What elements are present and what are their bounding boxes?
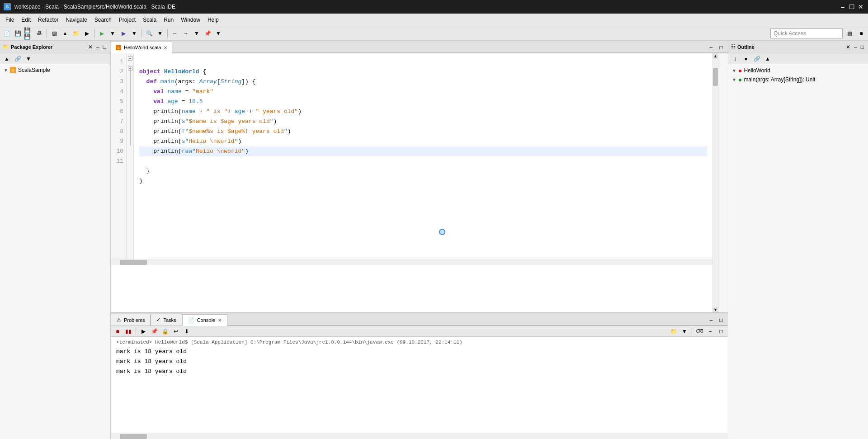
toolbar-forward-btn[interactable]: → xyxy=(181,28,191,38)
console-dropdown-btn[interactable]: ▼ xyxy=(679,326,689,336)
menu-refactor[interactable]: Refactor xyxy=(34,14,62,26)
console-side-btn[interactable]: ⌫ xyxy=(694,326,704,336)
outline-max-btn[interactable]: □ xyxy=(859,43,865,51)
package-explorer-toolbar: ▲ 🔗 ▼ xyxy=(0,53,110,64)
toolbar-debug-arrow[interactable]: ▼ xyxy=(129,28,139,38)
pkg-link-btn[interactable]: 🔗 xyxy=(13,54,23,64)
toolbar-open-perspective-btn[interactable]: ■ xyxy=(856,28,866,38)
bottom-panel: ⚠ Problems ✓ Tasks 📄 Console ✕ – □ xyxy=(111,312,728,439)
scrollbar-up-btn[interactable]: ▲ xyxy=(713,53,718,59)
toolbar-pin-arrow[interactable]: ▼ xyxy=(213,28,223,38)
editor-maximize-btn[interactable]: □ xyxy=(716,42,726,52)
tab-console[interactable]: 📄 Console ✕ xyxy=(182,314,227,326)
outline-hellowworld-label: HelloWorld xyxy=(744,67,770,74)
console-maximize-side-btn[interactable]: □ xyxy=(716,326,726,336)
editor-content: 1234567891011 − − object HelloWorld { de… xyxy=(111,53,728,312)
toolbar-pin-btn[interactable]: 📌 xyxy=(203,28,212,38)
toolbar-print-btn[interactable]: 🖶 xyxy=(34,28,44,38)
code-text[interactable]: object HelloWorld { def main(args: Array… xyxy=(134,53,712,260)
console-clear-btn[interactable]: ■ xyxy=(113,326,123,336)
editor-minimize-btn[interactable]: – xyxy=(706,42,716,52)
console-terminated-label: <terminated> HelloWorld$ [Scala Applicat… xyxy=(116,340,722,345)
quick-access-input[interactable]: Quick Access xyxy=(770,28,843,38)
toolbar-next-btn[interactable]: ▶ xyxy=(82,28,92,38)
outline-hide-fields-btn[interactable]: ● xyxy=(741,54,751,64)
console-minimize-side-btn[interactable]: – xyxy=(705,326,715,336)
outline-collapse-btn[interactable]: ▲ xyxy=(763,54,773,64)
tab-close-btn[interactable]: ✕ xyxy=(164,45,167,50)
minimize-btn[interactable]: – xyxy=(839,3,846,10)
bottom-scrollbar-thumb[interactable] xyxy=(120,434,147,439)
console-word-wrap-btn[interactable]: ↩ xyxy=(171,326,181,336)
tab-problems-label: Problems xyxy=(124,317,145,323)
console-minimize-btn[interactable]: – xyxy=(706,315,716,325)
toolbar-back-btn[interactable]: ← xyxy=(170,28,180,38)
menu-edit[interactable]: Edit xyxy=(18,14,34,26)
pkg-collapse-btn[interactable]: ▲ xyxy=(2,54,12,64)
menu-search[interactable]: Search xyxy=(91,14,115,26)
menu-navigate[interactable]: Navigate xyxy=(62,14,90,26)
console-new-btn[interactable]: ▶ xyxy=(138,326,148,336)
toolbar: 📄 💾 💾💾 🖶 ▨ ▲ 📁 ▶ ▶ ▼ ▶ ▼ 🔍 ▼ ← → ▼ 📌 ▼ Q… xyxy=(0,26,868,41)
scrollbar-down-btn[interactable]: ▼ xyxy=(713,307,718,312)
tab-console-icon: 📄 xyxy=(188,317,194,323)
menu-help[interactable]: Help xyxy=(204,14,222,26)
panel-maximize-btn[interactable]: □ xyxy=(102,43,108,51)
toolbar-run-btn[interactable]: ▶ xyxy=(97,28,107,38)
outline-item-main[interactable]: ▼ ● main(args: Array[String]): Unit xyxy=(730,75,866,84)
console-scroll-btn[interactable]: ⬇ xyxy=(182,326,192,336)
toolbar-search-next[interactable]: ▼ xyxy=(155,28,165,38)
menu-scala[interactable]: Scala xyxy=(139,14,160,26)
console-lock-btn[interactable]: 🔒 xyxy=(160,326,170,336)
toolbar-open-type-btn[interactable]: ▲ xyxy=(60,28,70,38)
outline-expand-arrow[interactable]: ▼ xyxy=(732,68,736,73)
console-sep2 xyxy=(692,327,692,336)
outline-close-btn[interactable]: ✕ xyxy=(844,43,852,51)
outline-object-icon: ● xyxy=(738,67,742,74)
panel-minimize-btn[interactable]: – xyxy=(95,43,101,51)
outline-sort-btn[interactable]: ↕ xyxy=(730,54,740,64)
outline-item-hellowworld[interactable]: ▼ ● HelloWorld xyxy=(730,66,866,75)
toolbar-hierarchy-btn[interactable]: ▨ xyxy=(49,28,59,38)
menu-file[interactable]: File xyxy=(2,14,18,26)
maximize-btn[interactable]: ☐ xyxy=(848,3,855,10)
toolbar-save-all-btn[interactable]: 💾💾 xyxy=(24,28,33,38)
console-pin-btn[interactable]: 📌 xyxy=(149,326,159,336)
toolbar-forward-arrow[interactable]: ▼ xyxy=(192,28,202,38)
editor-tab-helloworldscala[interactable]: S HelloWorld.scala ✕ xyxy=(111,42,172,53)
console-open-file-btn[interactable]: 📁 xyxy=(669,326,679,336)
outline-expand-arrow2[interactable]: ▼ xyxy=(732,77,736,82)
pkg-menu-btn[interactable]: ▼ xyxy=(24,54,33,64)
toolbar-debug-btn[interactable]: ▶ xyxy=(118,28,128,38)
toolbar-save-btn[interactable]: 💾 xyxy=(13,28,23,38)
tab-console-close-btn[interactable]: ✕ xyxy=(218,318,222,323)
bottom-toolbar-left: ■ ▮▮ ▶ 📌 🔒 ↩ ⬇ xyxy=(113,326,192,336)
code-editor[interactable]: 1234567891011 − − object HelloWorld { de… xyxy=(111,53,712,312)
close-btn[interactable]: ✕ xyxy=(857,3,864,10)
console-maximize-btn[interactable]: □ xyxy=(716,315,726,325)
menu-window[interactable]: Window xyxy=(177,14,204,26)
toolbar-new-btn[interactable]: 📄 xyxy=(2,28,12,38)
toolbar-search-btn[interactable]: 🔍 xyxy=(144,28,154,38)
bottom-scrollbar-h[interactable] xyxy=(111,434,728,439)
outline-min-btn[interactable]: – xyxy=(853,43,859,51)
fold-marker-1[interactable]: − xyxy=(128,56,132,61)
left-panel: 📁 Package Explorer ✕ – □ ▲ 🔗 ▼ ▼ S Scala… xyxy=(0,41,111,439)
tree-scala-sample[interactable]: ▼ S ScalaSample xyxy=(2,66,108,74)
tree-expand-arrow[interactable]: ▼ xyxy=(4,68,8,73)
tab-tasks[interactable]: ✓ Tasks xyxy=(151,314,182,326)
outline-link-btn[interactable]: 🔗 xyxy=(752,54,762,64)
panel-close-btn[interactable]: ✕ xyxy=(87,43,94,51)
toolbar-open-resource-btn[interactable]: 📁 xyxy=(71,28,81,38)
menu-project[interactable]: Project xyxy=(115,14,139,26)
tab-problems[interactable]: ⚠ Problems xyxy=(111,314,151,326)
editor-scrollbar-h[interactable] xyxy=(111,260,712,265)
editor-scrollbar-v[interactable]: ▲ ▼ xyxy=(712,53,718,312)
toolbar-perspective-btn[interactable]: ▦ xyxy=(844,28,854,38)
menu-run[interactable]: Run xyxy=(160,14,177,26)
toolbar-run-arrow[interactable]: ▼ xyxy=(108,28,118,38)
editor-scrollbar-thumb[interactable] xyxy=(713,68,718,86)
console-terminate-btn[interactable]: ▮▮ xyxy=(123,326,133,336)
editor-scrollbar-h-thumb[interactable] xyxy=(120,260,147,265)
code-container: 1234567891011 − − object HelloWorld { de… xyxy=(111,53,712,260)
